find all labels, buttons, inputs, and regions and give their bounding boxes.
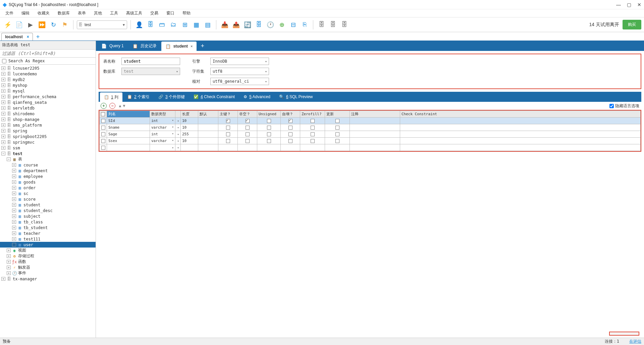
table-name-input[interactable] [121,58,180,65]
menu-数据库[interactable]: 数据库 [55,10,72,17]
tree-item-myshop[interactable]: +🗄myshop [0,82,96,88]
hide-lang-checkbox[interactable] [609,104,614,108]
subtab-3[interactable]: 🔗3 个外部键 [154,92,189,102]
menu-帮助[interactable]: 帮助 [180,10,193,17]
menu-高级工具[interactable]: 高级工具 [123,10,145,17]
add-connection-button[interactable]: + [34,33,43,41]
up-down-button[interactable]: ▲▼ [118,104,126,108]
tree-item-qianfeng_seata[interactable]: +🗄qianfeng_seata [0,99,96,105]
tree-item-test[interactable]: −🗄test [0,151,96,156]
tree-item-shirodemo[interactable]: +🗄shirodemo [0,111,96,117]
subtab-6[interactable]: 🔍6 SQL Preview [275,92,317,102]
schedule-button[interactable]: 🕐 [265,20,275,30]
feedback-link[interactable]: 在评估 [629,339,641,344]
tree-item-tx-manager[interactable]: +🗄tx-manager [0,276,96,282]
sync-button[interactable]: 🔄 [243,20,253,30]
subtab-2[interactable]: 📋2 个索引 [123,92,154,102]
filter-input[interactable] [0,50,96,58]
tree-item-tb_student[interactable]: +▦tb_student [0,225,96,230]
menu-交易[interactable]: 交易 [148,10,161,17]
column-row-empty[interactable] [100,144,641,151]
tree-item-performance_schema[interactable]: +🗄performance_schema [0,94,96,99]
menu-表单[interactable]: 表单 [75,10,89,17]
table-new-button[interactable]: ▦ [191,20,201,30]
add-tab-button[interactable]: + [197,43,208,50]
menu-收藏夹[interactable]: 收藏夹 [35,10,52,17]
tree-item-teacher[interactable]: +▦teacher [0,230,96,236]
execute-button[interactable]: ▶ [25,20,36,30]
tree-item-表[interactable]: −▦表 [0,156,96,162]
tree-item-视图[interactable]: +◉视图 [0,248,96,253]
tree-item-存储过程[interactable]: +⚙存储过程 [0,253,96,259]
copy-button[interactable]: ⎘ [300,20,310,30]
add-column-button[interactable]: + [101,103,107,109]
tree-item-goods[interactable]: +▦goods [0,179,96,185]
column-row-Ssex[interactable]: Ssexvarchar10 [100,138,641,144]
tree-item-order[interactable]: +▦order [0,185,96,191]
execute-all-button[interactable]: ⏩ [37,20,47,30]
database-selector[interactable]: 🗄 test [77,20,127,29]
tree-item-函数[interactable]: +ƒx函数 [0,259,96,265]
maximize-button[interactable]: ▢ [627,2,631,7]
stop-button[interactable]: ⚑ [60,20,70,30]
tree-item-触发器[interactable]: +⚡触发器 [0,265,96,270]
close-icon[interactable]: × [191,44,193,48]
db-compare-button[interactable]: ⊞ [180,20,190,30]
tree-item-shop-manage[interactable]: +🗄shop-manage [0,117,96,122]
column-row-SId[interactable]: SIdint10 [100,118,641,124]
delete-column-button[interactable]: − [109,103,115,109]
tree-item-test111[interactable]: +▦test111 [0,236,96,242]
add-job-button[interactable]: ⊕ [277,20,287,30]
export-button[interactable]: 📤 [231,20,241,30]
engine-select[interactable]: InnoDB [210,58,269,65]
tree-item-sms_platform[interactable]: +🗄sms_platform [0,122,96,128]
save-button[interactable] [609,332,639,336]
menu-窗口[interactable]: 窗口 [164,10,177,17]
refresh-button[interactable]: ↻ [48,20,58,30]
close-tab-icon[interactable]: × [27,34,29,39]
db-backup-button[interactable]: 🗃 [157,20,167,30]
columns-grid[interactable]: 列名数据类型长度默认主键？非空？Unsigned自增？Zerofill?更新注释… [99,111,641,151]
subtab-5[interactable]: ⚙5 Advanced [239,92,274,102]
charset-select[interactable]: utf8 [210,68,269,75]
tree-item-tb_class[interactable]: +▦tb_class [0,219,96,225]
tree-item-student_desc[interactable]: +▦student_desc [0,208,96,213]
tree-item-user[interactable]: +▦user [0,242,96,248]
tree-item-springmvc[interactable]: +🗄springmvc [0,139,96,145]
regex-checkbox[interactable] [2,59,6,63]
tool3-button[interactable]: 🗄 [339,20,350,30]
tree-item-spring[interactable]: +🗄spring [0,128,96,134]
column-row-Sage[interactable]: Sageint255 [100,131,641,138]
tool2-button[interactable]: 🗄 [328,20,338,30]
menu-文件[interactable]: 文件 [3,10,16,17]
tree-item-mydb2[interactable]: +🗄mydb2 [0,77,96,82]
editor-tab-student[interactable]: 📋student× [161,42,197,51]
minimize-button[interactable]: — [616,2,621,7]
user-button[interactable]: 👤 [134,20,144,30]
close-button[interactable]: ✕ [637,2,641,7]
tree-item-springboot2205[interactable]: +🗄springboot2205 [0,134,96,139]
tree-item-score[interactable]: +▦score [0,196,96,202]
import-button[interactable]: 📥 [220,20,230,30]
new-query-button[interactable]: 📄 [14,20,24,30]
db-sync-button[interactable]: 🗂 [168,20,178,30]
table-edit-button[interactable]: ▤ [203,20,213,30]
add-data-button[interactable]: 🗄 [254,20,264,30]
tree-item-employee[interactable]: +▦employee [0,174,96,179]
subtab-4[interactable]: ✅4 Check Constraint [190,92,239,102]
tree-item-事件[interactable]: +🕐事件 [0,270,96,276]
subtab-1[interactable]: 📋1 列 [100,92,122,102]
tree-item-mysql[interactable]: +🗄mysql [0,88,96,94]
column-row-Sname[interactable]: Snamevarchar10 [100,124,641,131]
db-add-button[interactable]: 🗄 [146,20,156,30]
tree-item-subject[interactable]: +▦subject [0,213,96,219]
tree-item-sc[interactable]: +▦sc [0,191,96,196]
tree-item-department[interactable]: +▦department [0,168,96,174]
editor-tab-历史记录[interactable]: 📋历史记录 [128,41,161,51]
tree-item-servletdb[interactable]: +🗄servletdb [0,105,96,111]
tool1-button[interactable]: 🗄 [317,20,327,30]
menu-其他[interactable]: 其他 [91,10,105,17]
editor-tab-Query 1[interactable]: 📄Query 1 [97,41,128,51]
tree-item-course[interactable]: +▦course [0,162,96,168]
menu-编辑[interactable]: 编辑 [19,10,32,17]
